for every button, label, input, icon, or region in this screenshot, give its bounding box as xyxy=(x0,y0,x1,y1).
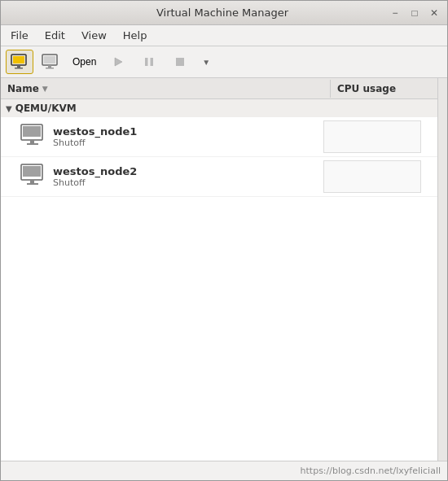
cpu-bar-2 xyxy=(323,160,421,193)
play-button[interactable] xyxy=(104,50,132,74)
toolbar: Open xyxy=(1,46,447,78)
open-button[interactable]: Open xyxy=(68,53,101,71)
svg-rect-6 xyxy=(48,65,51,68)
svg-rect-10 xyxy=(151,58,154,66)
empty-area xyxy=(1,197,437,461)
svg-rect-15 xyxy=(27,143,38,145)
dropdown-button[interactable]: ▼ xyxy=(197,55,215,70)
svg-rect-9 xyxy=(145,58,148,66)
filter-icon[interactable]: ▼ xyxy=(42,85,48,93)
svg-rect-14 xyxy=(30,140,34,143)
vm-row-1[interactable]: westos_node1 Shutoff xyxy=(1,117,437,157)
close-button[interactable]: ✕ xyxy=(428,7,441,20)
vm-name-2: westos_node2 xyxy=(53,165,323,177)
maximize-button[interactable]: □ xyxy=(408,7,421,20)
vm-list-area: Name ▼ CPU usage ▼ QEMU/KVM xyxy=(1,78,437,461)
window-controls: − □ ✕ xyxy=(389,7,441,20)
svg-rect-13 xyxy=(23,126,41,137)
menu-file[interactable]: File xyxy=(4,27,35,44)
vm-status-2: Shutoff xyxy=(53,177,323,188)
svg-rect-17 xyxy=(23,166,41,177)
main-content: Name ▼ CPU usage ▼ QEMU/KVM xyxy=(1,78,447,461)
svg-rect-5 xyxy=(44,56,55,63)
vm-row-2[interactable]: westos_node2 Shutoff xyxy=(1,157,437,197)
vm-status-1: Shutoff xyxy=(53,138,323,148)
menu-help[interactable]: Help xyxy=(116,27,154,44)
svg-rect-1 xyxy=(13,56,24,63)
stop-icon xyxy=(171,53,189,71)
svg-rect-19 xyxy=(27,183,38,185)
svg-marker-8 xyxy=(115,58,122,66)
cpu-bar-1 xyxy=(323,120,421,153)
svg-rect-2 xyxy=(17,65,20,68)
vm-info-1: westos_node1 Shutoff xyxy=(53,125,323,148)
svg-rect-18 xyxy=(30,180,34,183)
vm-name-1: westos_node1 xyxy=(53,125,323,138)
menu-edit[interactable]: Edit xyxy=(38,27,72,44)
vm-icon-2 xyxy=(20,164,46,190)
display-icon xyxy=(42,53,59,71)
status-link: https://blog.csdn.net/lxyfeliciall xyxy=(301,466,441,476)
monitor-view-button[interactable] xyxy=(6,50,33,74)
stop-button[interactable] xyxy=(166,50,194,74)
group-name-label: QEMU/KVM xyxy=(15,103,77,114)
header-cpu: CPU usage xyxy=(330,80,428,98)
pause-button[interactable] xyxy=(135,50,163,74)
main-scrollbar[interactable] xyxy=(437,78,447,461)
menu-bar: File Edit View Help xyxy=(1,25,447,46)
play-icon xyxy=(109,53,127,71)
monitor-icon xyxy=(11,53,29,71)
window-title: Virtual Machine Manager xyxy=(56,7,389,19)
main-window: Virtual Machine Manager − □ ✕ File Edit … xyxy=(0,0,448,481)
svg-rect-3 xyxy=(15,68,23,69)
menu-view[interactable]: View xyxy=(75,27,113,44)
vm-icon-1 xyxy=(20,124,46,150)
group-expand-arrow: ▼ xyxy=(6,104,12,113)
status-bar: https://blog.csdn.net/lxyfeliciall xyxy=(1,461,447,480)
title-bar: Virtual Machine Manager − □ ✕ xyxy=(1,1,447,25)
group-qemu-kvm[interactable]: ▼ QEMU/KVM xyxy=(1,99,437,117)
minimize-button[interactable]: − xyxy=(389,7,402,20)
dropdown-arrow-icon: ▼ xyxy=(202,58,210,67)
open-label: Open xyxy=(72,56,96,68)
vm-list[interactable]: ▼ QEMU/KVM xyxy=(1,99,437,461)
pause-icon xyxy=(140,53,158,71)
header-name: Name ▼ xyxy=(1,80,330,98)
svg-rect-7 xyxy=(46,68,54,69)
list-header: Name ▼ CPU usage xyxy=(1,78,437,99)
svg-rect-11 xyxy=(176,58,184,66)
vm-info-2: westos_node2 Shutoff xyxy=(53,165,323,188)
display-button[interactable] xyxy=(37,50,64,74)
